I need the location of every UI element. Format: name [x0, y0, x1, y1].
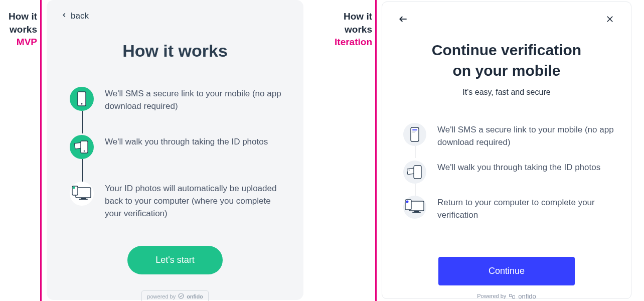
mvp-label-column: How it works MVP: [0, 0, 40, 301]
id-photo-icon: [70, 135, 94, 159]
svg-point-10: [179, 293, 184, 298]
step-item: We'll walk you through taking the ID pho…: [403, 161, 617, 184]
iteration-card: Continue verification on your mobile It'…: [382, 2, 631, 299]
mvp-label-title: How it works: [0, 10, 37, 36]
brand-name: onfido: [187, 293, 203, 299]
step-item: We'll SMS a secure link to your mobile (…: [70, 87, 289, 112]
step-item: We'll SMS a secure link to your mobile (…: [403, 123, 617, 148]
powered-by-badge: powered by onfido: [141, 290, 208, 301]
iteration-steps: We'll SMS a secure link to your mobile (…: [396, 123, 617, 222]
iteration-heading: Continue verification on your mobile: [396, 40, 617, 81]
step-item: Return to your computer to complete your…: [403, 196, 617, 221]
desktop-upload-icon: [70, 182, 94, 206]
back-label: back: [71, 11, 89, 21]
chevron-left-icon: [61, 11, 68, 21]
back-arrow-button[interactable]: [396, 12, 410, 26]
onfido-check-icon: [178, 293, 184, 300]
iteration-label-tag: Iteration: [322, 37, 372, 48]
mvp-steps: We'll SMS a secure link to your mobile (…: [61, 87, 289, 220]
close-button[interactable]: [603, 12, 617, 26]
powered-prefix: Powered by: [477, 293, 506, 299]
svg-point-1: [81, 103, 83, 105]
powered-by-badge: Powered by onfido: [477, 292, 536, 300]
step-item: Your ID photos will automatically be upl…: [70, 182, 289, 220]
step-text: We'll SMS a secure link to your mobile (…: [105, 87, 289, 112]
svg-rect-15: [412, 129, 417, 130]
powered-prefix: powered by: [147, 293, 176, 299]
step-text: We'll walk you through taking the ID pho…: [105, 135, 268, 148]
step-text: We'll SMS a secure link to your mobile (…: [437, 123, 617, 148]
brand-name: onfido: [518, 292, 536, 300]
desktop-return-icon: [403, 196, 426, 219]
step-text: We'll walk you through taking the ID pho…: [437, 161, 600, 174]
iteration-label-column: How it works Iteration: [322, 0, 375, 301]
svg-point-25: [406, 201, 409, 203]
mvp-heading: How it works: [61, 41, 289, 61]
mvp-side: How it works MVP back How it works We'll…: [0, 0, 322, 301]
svg-rect-22: [414, 211, 419, 212]
continue-button[interactable]: Continue: [438, 257, 575, 285]
mvp-label-tag: MVP: [0, 37, 37, 48]
onfido-logo-icon: [509, 293, 515, 299]
svg-rect-23: [412, 212, 421, 213]
svg-point-4: [84, 150, 85, 152]
svg-rect-19: [414, 166, 421, 179]
svg-point-9: [73, 187, 75, 189]
step-text: Your ID photos will automatically be upl…: [105, 182, 289, 220]
back-button[interactable]: back: [61, 11, 289, 21]
step-text: Return to your computer to complete your…: [437, 196, 617, 221]
iteration-subtitle: It's easy, fast and secure: [396, 88, 617, 97]
lets-start-button[interactable]: Let's start: [127, 246, 222, 274]
svg-rect-6: [81, 198, 86, 199]
svg-rect-7: [79, 199, 88, 200]
iteration-label-title: How it works: [322, 10, 372, 36]
svg-point-20: [409, 170, 410, 171]
iteration-side: How it works Iteration Continue verifica…: [322, 0, 644, 301]
phone-sms-icon: [403, 123, 426, 146]
phone-sms-icon: [70, 87, 94, 111]
mvp-card: back How it works We'll SMS a secure lin…: [47, 0, 303, 300]
step-item: We'll walk you through taking the ID pho…: [70, 135, 289, 159]
id-photo-icon: [403, 161, 426, 184]
